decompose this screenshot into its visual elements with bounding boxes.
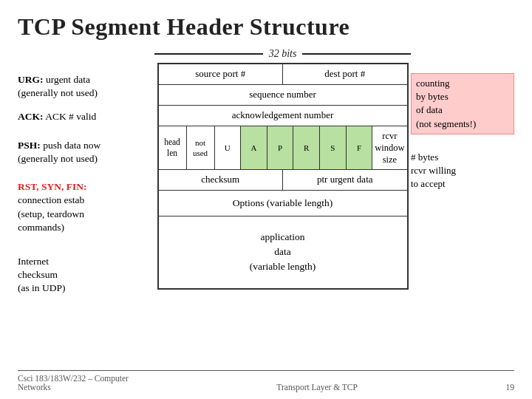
urg-keyword: URG:	[18, 74, 44, 85]
flag-u: U	[215, 126, 242, 170]
flag-s: S	[320, 126, 347, 170]
rst-keyword: RST, SYN, FIN:	[18, 181, 87, 192]
not-used-cell: notused	[187, 126, 215, 170]
main-content: URG: urgent data(generally not used) ACK…	[18, 48, 514, 366]
source-port-cell: source port #	[159, 64, 284, 84]
ack-number-cell: acknowledgement number	[159, 106, 407, 126]
head-len-cell: headlen	[159, 126, 187, 170]
flag-r: R	[293, 126, 320, 170]
right-labels: countingby bytesof data(not segments!) #…	[411, 48, 514, 366]
tcp-row-appdata: applicationdata(variable length)	[159, 216, 407, 288]
left-labels: URG: urgent data(generally not used) ACK…	[18, 48, 154, 366]
footer-right: 19	[505, 383, 514, 392]
flag-a: A	[241, 126, 267, 170]
tcp-row-checksum: checksum ptr urgent data	[159, 170, 407, 191]
internet-text: Internetchecksum(as in UDP)	[18, 256, 66, 293]
tcp-row-ack: acknowledgement number	[159, 106, 407, 126]
label-rst: RST, SYN, FIN:connection estab(setup, te…	[18, 180, 154, 234]
tcp-row-ports: source port # dest port #	[159, 64, 407, 85]
counting-label: countingby bytesof data(not segments!)	[411, 73, 514, 134]
tcp-row-seq: sequence number	[159, 85, 407, 106]
label-ack: ACK: ACK # valid	[18, 110, 154, 123]
ack-text: ACK # valid	[44, 111, 97, 122]
sequence-number-cell: sequence number	[159, 85, 407, 105]
ptr-urgent-cell: ptr urgent data	[283, 170, 407, 190]
label-internet: Internetchecksum(as in UDP)	[18, 255, 154, 296]
checksum-cell: checksum	[159, 170, 284, 190]
rcvr-window-cell: rcvr window size	[372, 126, 406, 170]
footer-left: Csci 183/183W/232 – ComputerNetworks	[18, 374, 129, 392]
footer-center: Transport Layer & TCP	[276, 383, 358, 392]
ack-keyword: ACK:	[18, 111, 44, 122]
flag-f: F	[347, 126, 373, 170]
arrow-right	[302, 53, 411, 55]
app-data-cell: applicationdata(variable length)	[159, 216, 407, 288]
rcvr-willing-label: # bytesrcvr willingto accept	[411, 151, 514, 191]
arrow-left	[154, 53, 263, 55]
flag-p: P	[267, 126, 294, 170]
tcp-row-options: Options (variable length)	[159, 191, 407, 216]
label-psh: PSH: push data now(generally not used)	[18, 139, 154, 166]
page-title: TCP Segment Header Structure	[18, 13, 514, 41]
rst-text: connection estab(setup, teardowncommands…	[18, 194, 84, 232]
options-cell: Options (variable length)	[159, 191, 407, 216]
label-urg: URG: urgent data(generally not used)	[18, 73, 154, 100]
bits-row: 32 bits	[154, 48, 411, 60]
tcp-header-grid: source port # dest port # sequence numbe…	[157, 63, 409, 290]
center-column: 32 bits source port # dest port # sequen…	[154, 48, 411, 366]
tcp-row-flags: headlen notused U A P R S F rcvr window …	[159, 126, 407, 171]
psh-keyword: PSH:	[18, 140, 41, 151]
bits-label: 32 bits	[263, 48, 303, 60]
page: TCP Segment Header Structure URG: urgent…	[0, 0, 532, 399]
footer: Csci 183/183W/232 – ComputerNetworks Tra…	[18, 370, 514, 392]
dest-port-cell: dest port #	[283, 64, 407, 84]
